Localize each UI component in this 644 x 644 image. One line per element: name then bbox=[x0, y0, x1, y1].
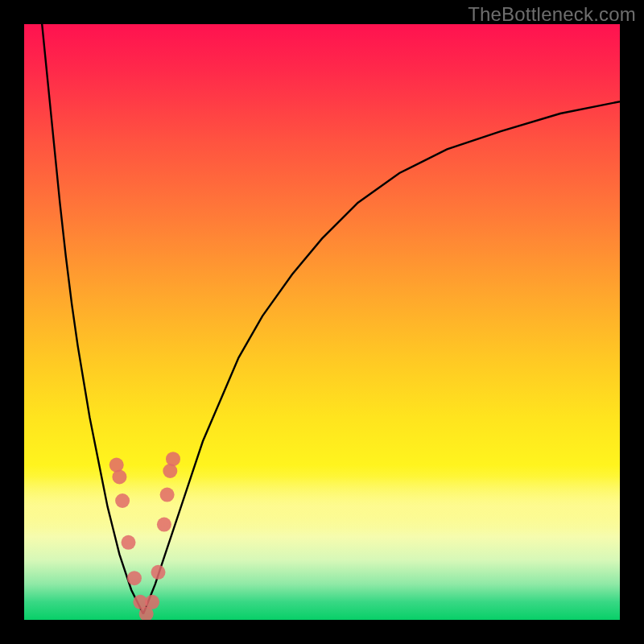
scatter-point bbox=[122, 535, 136, 550]
chart-frame: TheBottleneck.com bbox=[0, 0, 644, 644]
scatter-point bbox=[112, 469, 126, 484]
scatter-point bbox=[127, 571, 142, 585]
scatter-point bbox=[160, 488, 175, 502]
scatter-points bbox=[109, 452, 180, 620]
scatter-point bbox=[157, 518, 171, 532]
scatter-point bbox=[151, 565, 166, 580]
curve-layer bbox=[24, 24, 620, 620]
left-branch-curve bbox=[42, 24, 143, 614]
plot-area bbox=[24, 24, 620, 620]
right-branch-curve bbox=[143, 101, 620, 613]
watermark-text: TheBottleneck.com bbox=[468, 3, 636, 26]
scatter-point bbox=[145, 595, 159, 609]
scatter-point bbox=[166, 452, 180, 466]
scatter-point bbox=[115, 493, 130, 508]
